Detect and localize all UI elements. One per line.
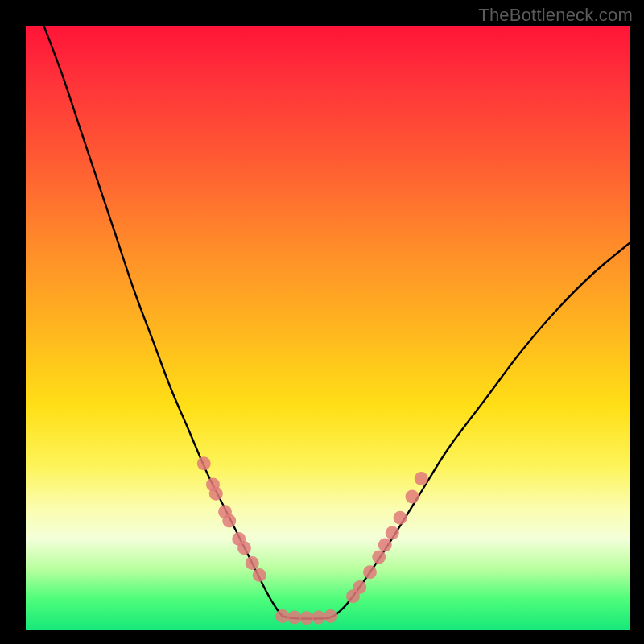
scatter-dot xyxy=(372,551,386,564)
scatter-dot xyxy=(253,568,266,582)
scatter-dot xyxy=(246,556,259,570)
scatter-dot xyxy=(386,526,399,540)
scatter-dot xyxy=(209,487,223,501)
scatter-dot xyxy=(237,541,251,555)
plot-area xyxy=(26,26,630,630)
chart-stage: TheBottleneck.com xyxy=(0,0,644,644)
scatter-dot xyxy=(299,611,313,625)
scatter-dot xyxy=(394,511,407,525)
scatter-dot xyxy=(353,580,366,594)
chart-svg xyxy=(26,26,630,630)
scatter-dot xyxy=(312,611,325,625)
scatter-dot xyxy=(363,565,377,579)
scatter-dot xyxy=(324,609,337,623)
scatter-dot xyxy=(222,514,236,528)
left-curve xyxy=(44,26,283,617)
scatter-dots xyxy=(197,456,428,625)
scatter-dot xyxy=(287,611,301,625)
scatter-dot xyxy=(197,456,211,470)
scatter-dot xyxy=(275,609,289,623)
scatter-dot xyxy=(378,539,392,552)
scatter-dot xyxy=(415,472,428,485)
scatter-dot xyxy=(406,490,419,504)
watermark-text: TheBottleneck.com xyxy=(478,5,633,26)
